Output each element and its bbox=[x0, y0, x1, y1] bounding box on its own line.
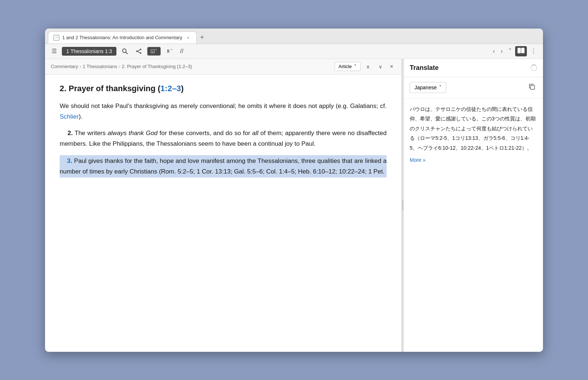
svg-point-2 bbox=[136, 51, 138, 52]
svg-line-5 bbox=[138, 50, 140, 51]
verse-2-num: 2. bbox=[68, 130, 73, 137]
breadcrumb-sep-2: › bbox=[119, 64, 120, 69]
forward-button[interactable]: › bbox=[499, 46, 505, 56]
share-icon bbox=[135, 48, 142, 55]
breadcrumb-controls: Article ˅ ∧ ∨ × bbox=[335, 62, 395, 71]
parallel-icon: ⏸ bbox=[166, 48, 171, 54]
search-icon bbox=[122, 48, 128, 55]
svg-rect-7 bbox=[518, 48, 521, 53]
breadcrumb-bar: Commentary › 1 Thessalonians › 2. Prayer… bbox=[45, 59, 401, 75]
parallel-chevron: ˅ bbox=[171, 49, 173, 53]
breadcrumb-part-1[interactable]: Commentary bbox=[51, 64, 78, 69]
breadcrumb-part-3: 2. Prayer of Thanksgiving (1:2–3) bbox=[122, 64, 192, 69]
main-area: Commentary › 1 Thessalonians › 2. Prayer… bbox=[45, 59, 543, 352]
verse-3-num: 3. bbox=[67, 157, 72, 164]
section-title: 2. Prayer of thanksgiving (1:2–3) bbox=[60, 83, 387, 94]
translate-content: パウロは、テサロニケの信徒たちの間に表れている信仰、希望、愛に感謝している。この… bbox=[404, 98, 543, 352]
parallel-button[interactable]: ⏸ ˅ bbox=[164, 47, 175, 55]
svg-point-3 bbox=[140, 49, 141, 50]
article-dropdown[interactable]: Article ˅ bbox=[335, 62, 361, 71]
svg-line-1 bbox=[126, 52, 128, 54]
verse-2-all-italic: all bbox=[252, 130, 258, 137]
reference-box: 1 Thessalonians 1:3 bbox=[62, 47, 116, 56]
section-title-suffix: ) bbox=[181, 84, 183, 93]
left-panel: Commentary › 1 Thessalonians › 2. Prayer… bbox=[45, 59, 402, 352]
menu-button[interactable]: ☰ bbox=[49, 46, 59, 56]
back-button[interactable]: ‹ bbox=[491, 46, 497, 56]
section-title-prefix: 2. Prayer of thanksgiving ( bbox=[60, 84, 160, 93]
translate-lang-row: Japanese ˅ bbox=[404, 77, 543, 98]
section-title-link[interactable]: 1:2–3 bbox=[160, 84, 181, 93]
panel-divider[interactable] bbox=[402, 59, 404, 352]
toolbar-right: ‹ › ˅ ⋮ bbox=[491, 46, 539, 56]
sync-icon: // bbox=[180, 48, 183, 55]
copy-icon bbox=[528, 83, 536, 90]
highlight-button[interactable]: ☑ ˅ bbox=[147, 47, 161, 56]
language-label: Japanese bbox=[414, 85, 437, 90]
paragraph-3-highlighted: 3. Paul gives thanks for the faith, hope… bbox=[60, 155, 387, 178]
highlight-icon: ☑ bbox=[150, 48, 155, 54]
breadcrumb-close-button[interactable]: × bbox=[388, 63, 395, 71]
language-selector[interactable]: Japanese ˅ bbox=[410, 82, 446, 93]
share-button[interactable] bbox=[133, 46, 144, 56]
layout-icon bbox=[517, 48, 525, 53]
toolbar: ☰ 1 Thessalonians 1:3 ☑ ˅ ⏸ bbox=[45, 44, 543, 59]
translate-title: Translate bbox=[410, 64, 439, 72]
paragraph-1: We should not take Paul's thanksgiving a… bbox=[60, 101, 387, 122]
japanese-translation: パウロは、テサロニケの信徒たちの間に表れている信仰、希望、愛に感謝している。この… bbox=[410, 104, 537, 153]
svg-rect-9 bbox=[531, 85, 535, 89]
menu-icon: ☰ bbox=[52, 48, 57, 55]
article-label: Article bbox=[339, 64, 352, 69]
translate-panel: Translate Japanese ˅ パウロは、テサロニケの信徒たちの間に表… bbox=[404, 59, 543, 352]
main-window: 📄 1 and 2 Thessalonians: An Introduction… bbox=[45, 29, 543, 352]
tab-bar: 📄 1 and 2 Thessalonians: An Introduction… bbox=[45, 29, 543, 44]
tab-close-button[interactable]: × bbox=[185, 35, 191, 41]
translate-header: Translate bbox=[404, 59, 543, 77]
language-chevron: ˅ bbox=[439, 85, 442, 90]
search-button[interactable] bbox=[119, 46, 130, 56]
reference-text: 1 Thessalonians 1:3 bbox=[66, 48, 112, 54]
schlier-link[interactable]: Schlier bbox=[60, 113, 79, 120]
main-tab: 📄 1 and 2 Thessalonians: An Introduction… bbox=[48, 31, 197, 44]
sync-button[interactable]: // bbox=[178, 46, 186, 56]
copy-button[interactable] bbox=[527, 82, 537, 94]
more-link[interactable]: More » bbox=[410, 157, 426, 163]
breadcrumb-prev-button[interactable]: ∧ bbox=[363, 62, 373, 71]
chevron-down-button[interactable]: ˅ bbox=[506, 46, 514, 56]
content-area: 2. Prayer of thanksgiving (1:2–3) We sho… bbox=[45, 75, 401, 352]
breadcrumb-next-button[interactable]: ∨ bbox=[375, 62, 386, 71]
breadcrumb-sep-1: › bbox=[79, 64, 81, 69]
paragraph-2: 2. The writers always thank God for thes… bbox=[60, 128, 387, 149]
more-options-button[interactable]: ⋮ bbox=[528, 46, 539, 56]
highlight-chevron: ˅ bbox=[155, 49, 157, 53]
article-chevron: ˅ bbox=[354, 64, 357, 69]
layout-button[interactable] bbox=[515, 46, 527, 56]
svg-line-6 bbox=[138, 52, 140, 53]
tab-title: 1 and 2 Thessalonians: An Introduction a… bbox=[62, 35, 182, 40]
svg-rect-8 bbox=[521, 48, 524, 53]
breadcrumb: Commentary › 1 Thessalonians › 2. Prayer… bbox=[51, 64, 192, 69]
loading-spinner bbox=[531, 64, 537, 71]
new-tab-button[interactable]: + bbox=[197, 31, 208, 44]
verse-2-italic: always thank God bbox=[108, 130, 157, 137]
svg-point-4 bbox=[140, 52, 141, 54]
breadcrumb-part-2[interactable]: 1 Thessalonians bbox=[83, 64, 117, 69]
tab-doc-icon: 📄 bbox=[53, 35, 59, 41]
